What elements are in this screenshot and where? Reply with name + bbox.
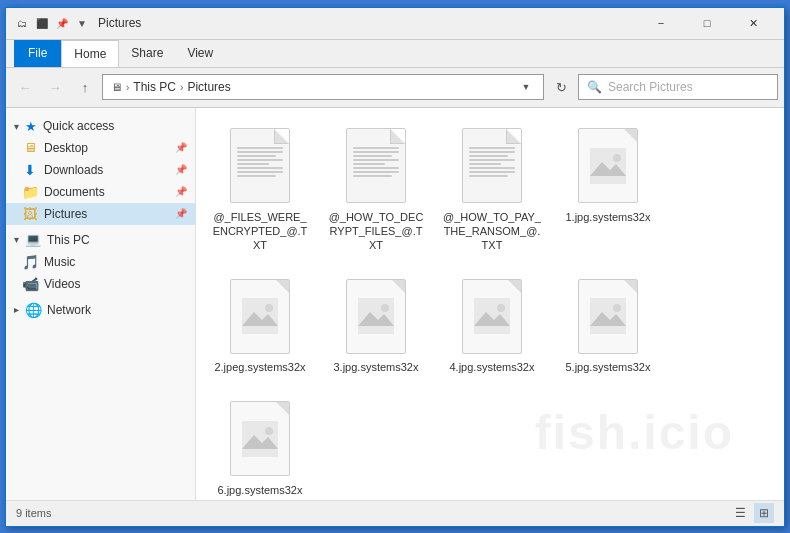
explorer-window: 🗂 ⬛ 📌 ▼ Pictures − □ ✕ File Home Share V… bbox=[5, 7, 785, 527]
tab-view[interactable]: View bbox=[175, 40, 225, 67]
list-item[interactable]: 6.jpg.systems32x bbox=[206, 391, 314, 500]
list-item[interactable]: @_FILES_WERE_ENCRYPTED_@.TXT bbox=[206, 118, 314, 261]
sidebar-item-downloads-label: Downloads bbox=[44, 163, 103, 177]
image-svg bbox=[242, 298, 278, 334]
list-item[interactable]: @_HOW_TO_DECRYPT_FILES_@.TXT bbox=[322, 118, 430, 261]
search-icon: 🔍 bbox=[587, 80, 602, 94]
list-view-button[interactable]: ☰ bbox=[730, 503, 750, 523]
list-item[interactable]: 3.jpg.systems32x bbox=[322, 268, 430, 382]
sidebar-item-documents[interactable]: 📁 Documents 📌 bbox=[6, 181, 195, 203]
sidebar-section-this-pc: ▾ 💻 This PC 🎵 Music 📹 Videos bbox=[6, 229, 195, 295]
sidebar-item-pictures[interactable]: 🖼 Pictures 📌 bbox=[6, 203, 195, 225]
pin-indicator-pictures: 📌 bbox=[175, 208, 187, 219]
this-pc-icon: 💻 bbox=[25, 232, 41, 248]
list-item[interactable]: 5.jpg.systems32x bbox=[554, 268, 662, 382]
svg-rect-9 bbox=[474, 298, 510, 334]
svg-rect-6 bbox=[358, 298, 394, 334]
sidebar-item-desktop-label: Desktop bbox=[44, 141, 88, 155]
videos-folder-icon: 📹 bbox=[22, 276, 38, 292]
sidebar-item-desktop[interactable]: 🖥 Desktop 📌 bbox=[6, 137, 195, 159]
address-input[interactable]: 🖥 › This PC › Pictures ▼ bbox=[102, 74, 544, 100]
file-thumbnail bbox=[457, 126, 527, 206]
svg-rect-15 bbox=[242, 421, 278, 457]
sidebar-item-downloads[interactable]: ⬇ Downloads 📌 bbox=[6, 159, 195, 181]
file-thumbnail bbox=[573, 126, 643, 206]
file-thumbnail bbox=[225, 276, 295, 356]
img-icon bbox=[462, 279, 522, 354]
file-name: 2.jpeg.systems32x bbox=[214, 360, 305, 374]
breadcrumb-this-pc[interactable]: This PC bbox=[133, 80, 176, 94]
img-icon bbox=[230, 279, 290, 354]
list-item[interactable]: 1.jpg.systems32x bbox=[554, 118, 662, 261]
file-thumbnail bbox=[341, 276, 411, 356]
this-pc-expand-icon: ▾ bbox=[14, 234, 19, 245]
address-dropdown-icon[interactable]: ▼ bbox=[517, 75, 535, 99]
up-button[interactable]: ↑ bbox=[72, 74, 98, 100]
image-svg bbox=[242, 421, 278, 457]
svg-point-2 bbox=[613, 154, 621, 162]
image-svg bbox=[474, 298, 510, 334]
file-name: 6.jpg.systems32x bbox=[218, 483, 303, 497]
dropdown-icon[interactable]: ▼ bbox=[74, 15, 90, 31]
sidebar-item-pictures-label: Pictures bbox=[44, 207, 87, 221]
pin-icon[interactable]: 📌 bbox=[54, 15, 70, 31]
forward-button[interactable]: → bbox=[42, 74, 68, 100]
downloads-folder-icon: ⬇ bbox=[22, 162, 38, 178]
tab-file[interactable]: File bbox=[14, 40, 61, 67]
sidebar-section-quick-access: ▾ ★ Quick access 🖥 Desktop 📌 ⬇ Downloads… bbox=[6, 116, 195, 225]
sidebar-item-music[interactable]: 🎵 Music bbox=[6, 251, 195, 273]
title-bar: 🗂 ⬛ 📌 ▼ Pictures − □ ✕ bbox=[6, 8, 784, 40]
sidebar-item-quick-access[interactable]: ▾ ★ Quick access bbox=[6, 116, 195, 137]
sidebar-section-network: ▸ 🌐 Network bbox=[6, 299, 195, 321]
pictures-folder-icon: 🖼 bbox=[22, 206, 38, 222]
sidebar-item-documents-label: Documents bbox=[44, 185, 105, 199]
pin-indicator-desktop: 📌 bbox=[175, 142, 187, 153]
address-bar: ← → ↑ 🖥 › This PC › Pictures ▼ ↻ 🔍 Searc… bbox=[6, 68, 784, 108]
sidebar-item-music-label: Music bbox=[44, 255, 75, 269]
file-name: @_FILES_WERE_ENCRYPTED_@.TXT bbox=[210, 210, 310, 253]
doc-lines bbox=[231, 147, 289, 177]
file-area: @_FILES_WERE_ENCRYPTED_@.TXT bbox=[196, 108, 784, 500]
image-svg bbox=[358, 298, 394, 334]
svg-point-17 bbox=[265, 427, 273, 435]
list-item[interactable]: 2.jpeg.systems32x bbox=[206, 268, 314, 382]
close-button[interactable]: ✕ bbox=[730, 7, 776, 39]
quick-access-icon[interactable]: ⬛ bbox=[34, 15, 50, 31]
network-icon: 🌐 bbox=[25, 302, 41, 318]
quick-access-expand-icon: ▾ bbox=[14, 121, 19, 132]
window-icon: 🗂 bbox=[14, 15, 30, 31]
refresh-button[interactable]: ↻ bbox=[548, 74, 574, 100]
list-item[interactable]: @_HOW_TO_PAY_THE_RANSOM_@.TXT bbox=[438, 118, 546, 261]
view-controls: ☰ ⊞ bbox=[730, 503, 774, 523]
sidebar-item-videos-label: Videos bbox=[44, 277, 80, 291]
svg-rect-0 bbox=[590, 148, 626, 184]
sidebar-item-this-pc[interactable]: ▾ 💻 This PC bbox=[6, 229, 195, 251]
list-item[interactable]: 4.jpg.systems32x bbox=[438, 268, 546, 382]
back-button[interactable]: ← bbox=[12, 74, 38, 100]
svg-point-11 bbox=[497, 304, 505, 312]
img-icon bbox=[230, 401, 290, 476]
sidebar-item-videos[interactable]: 📹 Videos bbox=[6, 273, 195, 295]
breadcrumb-pc[interactable]: 🖥 bbox=[111, 81, 122, 93]
tab-home[interactable]: Home bbox=[61, 40, 119, 67]
pin-indicator-downloads: 📌 bbox=[175, 164, 187, 175]
grid-view-button[interactable]: ⊞ bbox=[754, 503, 774, 523]
image-svg bbox=[590, 148, 626, 184]
doc-lines bbox=[463, 147, 521, 177]
file-name: 5.jpg.systems32x bbox=[566, 360, 651, 374]
svg-rect-12 bbox=[590, 298, 626, 334]
search-box[interactable]: 🔍 Search Pictures bbox=[578, 74, 778, 100]
file-thumbnail bbox=[225, 126, 295, 206]
breadcrumb-pictures[interactable]: Pictures bbox=[187, 80, 230, 94]
tab-share[interactable]: Share bbox=[119, 40, 175, 67]
svg-point-5 bbox=[265, 304, 273, 312]
breadcrumb: 🖥 › This PC › Pictures bbox=[111, 80, 231, 94]
items-count: 9 items bbox=[16, 507, 51, 519]
maximize-button[interactable]: □ bbox=[684, 7, 730, 39]
minimize-button[interactable]: − bbox=[638, 7, 684, 39]
sidebar-item-network[interactable]: ▸ 🌐 Network bbox=[6, 299, 195, 321]
main-content: ▾ ★ Quick access 🖥 Desktop 📌 ⬇ Downloads… bbox=[6, 108, 784, 500]
doc-icon bbox=[462, 128, 522, 203]
file-name: 1.jpg.systems32x bbox=[566, 210, 651, 224]
image-svg bbox=[590, 298, 626, 334]
